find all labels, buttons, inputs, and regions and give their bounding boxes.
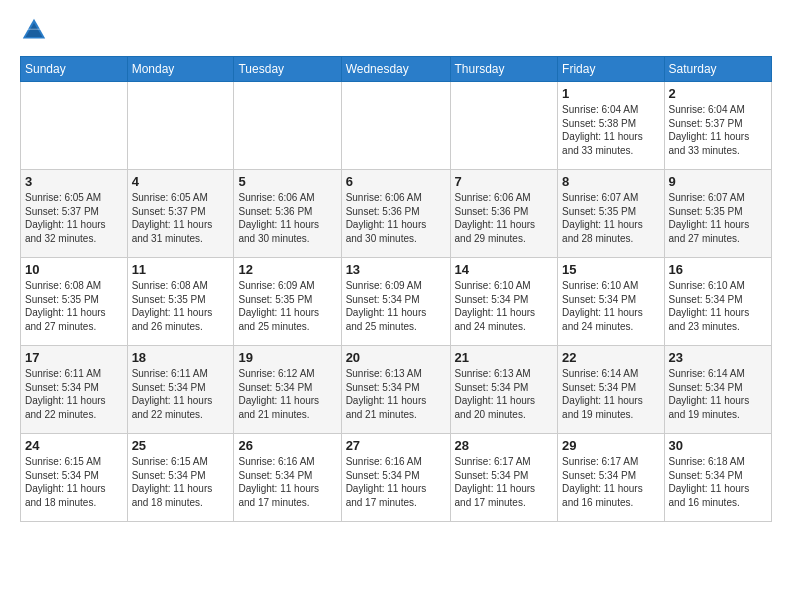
day-number: 28 [455, 438, 554, 453]
calendar-cell: 26Sunrise: 6:16 AM Sunset: 5:34 PM Dayli… [234, 434, 341, 522]
calendar-cell [450, 82, 558, 170]
day-info: Sunrise: 6:13 AM Sunset: 5:34 PM Dayligh… [455, 367, 554, 421]
day-info: Sunrise: 6:17 AM Sunset: 5:34 PM Dayligh… [562, 455, 659, 509]
calendar-week-2: 10Sunrise: 6:08 AM Sunset: 5:35 PM Dayli… [21, 258, 772, 346]
day-info: Sunrise: 6:04 AM Sunset: 5:37 PM Dayligh… [669, 103, 767, 157]
day-info: Sunrise: 6:06 AM Sunset: 5:36 PM Dayligh… [238, 191, 336, 245]
calendar-cell: 23Sunrise: 6:14 AM Sunset: 5:34 PM Dayli… [664, 346, 771, 434]
calendar-cell: 22Sunrise: 6:14 AM Sunset: 5:34 PM Dayli… [558, 346, 664, 434]
day-info: Sunrise: 6:07 AM Sunset: 5:35 PM Dayligh… [669, 191, 767, 245]
day-number: 15 [562, 262, 659, 277]
day-number: 25 [132, 438, 230, 453]
day-number: 17 [25, 350, 123, 365]
calendar-cell: 9Sunrise: 6:07 AM Sunset: 5:35 PM Daylig… [664, 170, 771, 258]
calendar-cell: 28Sunrise: 6:17 AM Sunset: 5:34 PM Dayli… [450, 434, 558, 522]
header-day-saturday: Saturday [664, 57, 771, 82]
day-number: 19 [238, 350, 336, 365]
calendar-cell: 25Sunrise: 6:15 AM Sunset: 5:34 PM Dayli… [127, 434, 234, 522]
calendar-cell: 1Sunrise: 6:04 AM Sunset: 5:38 PM Daylig… [558, 82, 664, 170]
day-info: Sunrise: 6:16 AM Sunset: 5:34 PM Dayligh… [238, 455, 336, 509]
day-info: Sunrise: 6:09 AM Sunset: 5:34 PM Dayligh… [346, 279, 446, 333]
calendar-cell: 19Sunrise: 6:12 AM Sunset: 5:34 PM Dayli… [234, 346, 341, 434]
day-number: 2 [669, 86, 767, 101]
calendar-cell: 15Sunrise: 6:10 AM Sunset: 5:34 PM Dayli… [558, 258, 664, 346]
calendar-cell: 18Sunrise: 6:11 AM Sunset: 5:34 PM Dayli… [127, 346, 234, 434]
calendar-cell: 11Sunrise: 6:08 AM Sunset: 5:35 PM Dayli… [127, 258, 234, 346]
calendar-week-3: 17Sunrise: 6:11 AM Sunset: 5:34 PM Dayli… [21, 346, 772, 434]
day-info: Sunrise: 6:06 AM Sunset: 5:36 PM Dayligh… [455, 191, 554, 245]
calendar-cell: 16Sunrise: 6:10 AM Sunset: 5:34 PM Dayli… [664, 258, 771, 346]
day-number: 6 [346, 174, 446, 189]
day-number: 10 [25, 262, 123, 277]
calendar-cell: 4Sunrise: 6:05 AM Sunset: 5:37 PM Daylig… [127, 170, 234, 258]
main-container: SundayMondayTuesdayWednesdayThursdayFrid… [0, 0, 792, 532]
day-info: Sunrise: 6:05 AM Sunset: 5:37 PM Dayligh… [132, 191, 230, 245]
day-info: Sunrise: 6:12 AM Sunset: 5:34 PM Dayligh… [238, 367, 336, 421]
day-info: Sunrise: 6:10 AM Sunset: 5:34 PM Dayligh… [669, 279, 767, 333]
header-day-friday: Friday [558, 57, 664, 82]
calendar-cell: 24Sunrise: 6:15 AM Sunset: 5:34 PM Dayli… [21, 434, 128, 522]
calendar-cell [341, 82, 450, 170]
calendar-cell: 14Sunrise: 6:10 AM Sunset: 5:34 PM Dayli… [450, 258, 558, 346]
day-info: Sunrise: 6:11 AM Sunset: 5:34 PM Dayligh… [25, 367, 123, 421]
day-number: 9 [669, 174, 767, 189]
day-info: Sunrise: 6:10 AM Sunset: 5:34 PM Dayligh… [562, 279, 659, 333]
day-info: Sunrise: 6:15 AM Sunset: 5:34 PM Dayligh… [132, 455, 230, 509]
calendar-cell: 7Sunrise: 6:06 AM Sunset: 5:36 PM Daylig… [450, 170, 558, 258]
day-number: 29 [562, 438, 659, 453]
day-info: Sunrise: 6:14 AM Sunset: 5:34 PM Dayligh… [562, 367, 659, 421]
header-day-tuesday: Tuesday [234, 57, 341, 82]
day-number: 24 [25, 438, 123, 453]
svg-rect-2 [27, 29, 41, 30]
logo [20, 16, 52, 44]
day-number: 12 [238, 262, 336, 277]
calendar-cell: 17Sunrise: 6:11 AM Sunset: 5:34 PM Dayli… [21, 346, 128, 434]
day-number: 20 [346, 350, 446, 365]
day-info: Sunrise: 6:07 AM Sunset: 5:35 PM Dayligh… [562, 191, 659, 245]
calendar-cell: 13Sunrise: 6:09 AM Sunset: 5:34 PM Dayli… [341, 258, 450, 346]
day-info: Sunrise: 6:08 AM Sunset: 5:35 PM Dayligh… [132, 279, 230, 333]
day-number: 30 [669, 438, 767, 453]
header-day-wednesday: Wednesday [341, 57, 450, 82]
calendar-cell [234, 82, 341, 170]
day-number: 3 [25, 174, 123, 189]
calendar-header-row: SundayMondayTuesdayWednesdayThursdayFrid… [21, 57, 772, 82]
day-info: Sunrise: 6:09 AM Sunset: 5:35 PM Dayligh… [238, 279, 336, 333]
day-info: Sunrise: 6:14 AM Sunset: 5:34 PM Dayligh… [669, 367, 767, 421]
calendar-week-1: 3Sunrise: 6:05 AM Sunset: 5:37 PM Daylig… [21, 170, 772, 258]
day-info: Sunrise: 6:13 AM Sunset: 5:34 PM Dayligh… [346, 367, 446, 421]
calendar-cell: 21Sunrise: 6:13 AM Sunset: 5:34 PM Dayli… [450, 346, 558, 434]
day-number: 1 [562, 86, 659, 101]
calendar-cell [21, 82, 128, 170]
calendar-cell: 8Sunrise: 6:07 AM Sunset: 5:35 PM Daylig… [558, 170, 664, 258]
day-info: Sunrise: 6:04 AM Sunset: 5:38 PM Dayligh… [562, 103, 659, 157]
day-info: Sunrise: 6:16 AM Sunset: 5:34 PM Dayligh… [346, 455, 446, 509]
day-info: Sunrise: 6:11 AM Sunset: 5:34 PM Dayligh… [132, 367, 230, 421]
day-info: Sunrise: 6:06 AM Sunset: 5:36 PM Dayligh… [346, 191, 446, 245]
day-number: 16 [669, 262, 767, 277]
day-info: Sunrise: 6:17 AM Sunset: 5:34 PM Dayligh… [455, 455, 554, 509]
day-number: 23 [669, 350, 767, 365]
day-number: 27 [346, 438, 446, 453]
day-number: 21 [455, 350, 554, 365]
day-info: Sunrise: 6:10 AM Sunset: 5:34 PM Dayligh… [455, 279, 554, 333]
logo-icon [20, 16, 48, 44]
calendar-cell: 20Sunrise: 6:13 AM Sunset: 5:34 PM Dayli… [341, 346, 450, 434]
day-number: 5 [238, 174, 336, 189]
day-number: 11 [132, 262, 230, 277]
header [20, 16, 772, 44]
calendar-cell: 5Sunrise: 6:06 AM Sunset: 5:36 PM Daylig… [234, 170, 341, 258]
header-day-sunday: Sunday [21, 57, 128, 82]
calendar-cell: 6Sunrise: 6:06 AM Sunset: 5:36 PM Daylig… [341, 170, 450, 258]
calendar-cell: 29Sunrise: 6:17 AM Sunset: 5:34 PM Dayli… [558, 434, 664, 522]
calendar-cell: 30Sunrise: 6:18 AM Sunset: 5:34 PM Dayli… [664, 434, 771, 522]
day-number: 18 [132, 350, 230, 365]
header-day-thursday: Thursday [450, 57, 558, 82]
calendar-week-0: 1Sunrise: 6:04 AM Sunset: 5:38 PM Daylig… [21, 82, 772, 170]
calendar-cell [127, 82, 234, 170]
day-number: 14 [455, 262, 554, 277]
calendar-week-4: 24Sunrise: 6:15 AM Sunset: 5:34 PM Dayli… [21, 434, 772, 522]
day-number: 13 [346, 262, 446, 277]
calendar-cell: 10Sunrise: 6:08 AM Sunset: 5:35 PM Dayli… [21, 258, 128, 346]
calendar-cell: 12Sunrise: 6:09 AM Sunset: 5:35 PM Dayli… [234, 258, 341, 346]
